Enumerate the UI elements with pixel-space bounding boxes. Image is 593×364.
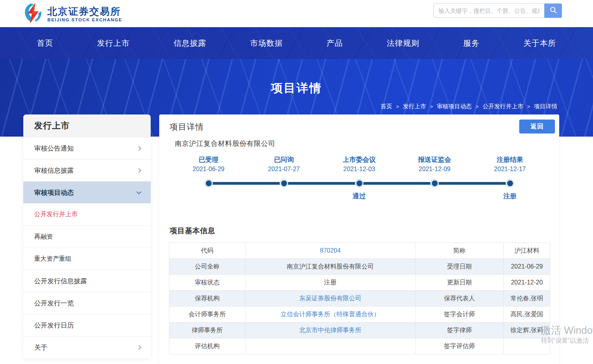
breadcrumb-listing[interactable]: 发行上市 (403, 103, 426, 110)
info-label: 受理日期 (415, 259, 504, 275)
logo-title: 北京证券交易所 (47, 5, 122, 17)
info-label: 签字会计师 (415, 307, 504, 322)
sidebar-item-offering-disclosure[interactable]: 公开发行信息披露 (23, 270, 151, 292)
sidebar-item-review-disclosure[interactable]: 审核信息披露 (23, 159, 151, 181)
info-value (504, 338, 550, 354)
breadcrumb-separator: > (430, 104, 433, 109)
sidebar-item-major-asset-restructuring[interactable]: 重大资产重组 (23, 248, 151, 270)
timeline-dot-icon (280, 179, 288, 187)
stage-name: 已问询 (274, 155, 294, 165)
info-label: 会计师事务所 (169, 307, 245, 322)
back-button[interactable]: 返回 (519, 120, 555, 133)
info-value: 注册 (245, 275, 416, 291)
sidebar-item-label: 审核公告通知 (34, 144, 74, 153)
nav-item-about[interactable]: 关于本所 (523, 38, 556, 49)
sidebar-item-label: 审核项目动态 (34, 188, 74, 197)
timeline-stage-accepted: 已受理 2021-06-29 (171, 155, 246, 201)
nav-item-services[interactable]: 服务 (463, 38, 480, 49)
table-row: 保荐机构 东吴证券股份有限公司 保荐代表人 常伦春,张明 (169, 291, 550, 307)
sidebar-item-label: 关于 (34, 343, 47, 352)
stage-status: 注册 (503, 192, 516, 201)
table-row: 代码 870204 简称 沪江材料 (169, 243, 550, 259)
stage-date: 2021-12-03 (343, 165, 375, 174)
info-label: 审核状态 (169, 275, 245, 291)
breadcrumb-separator: > (476, 104, 479, 109)
nav-item-listing[interactable]: 发行上市 (97, 38, 130, 49)
nav-item-disclosure[interactable]: 信息披露 (174, 38, 206, 49)
sidebar-item-public-offering-listing[interactable]: 公开发行并上市 (23, 203, 151, 225)
nav-item-rules[interactable]: 法律规则 (387, 38, 419, 49)
info-value: 沪江材料 (504, 243, 550, 259)
info-value: 南京沪江复合材料股份有限公司 (245, 259, 416, 275)
basic-info-title: 项目基本信息 (170, 226, 559, 236)
info-value: 2021-12-20 (504, 275, 550, 291)
search-input[interactable] (433, 3, 544, 18)
sidebar-item-label: 公开发行一览 (34, 299, 74, 308)
sidebar-item-offering-calendar[interactable]: 公开发行日历 (23, 314, 151, 336)
panel-header: 项目详情 返回 (159, 114, 559, 134)
info-label: 保荐代表人 (415, 291, 504, 307)
chevron-down-icon (136, 189, 141, 194)
sidebar-title: 发行上市 (23, 114, 151, 137)
page: 北京证券交易所 BEIJING STOCK EXCHANGE 首页 发行上市 信… (0, 0, 593, 364)
search-icon (550, 6, 557, 15)
breadcrumb-home[interactable]: 首页 (381, 103, 392, 110)
sidebar-item-review-dynamics[interactable]: 审核项目动态 (23, 181, 151, 203)
law-firm-link[interactable]: 北京市中伦律师事务所 (245, 322, 416, 338)
stage-status: 通过 (353, 192, 366, 201)
stage-date: 2021-12-09 (419, 165, 450, 174)
sidebar-item-review-notices[interactable]: 审核公告通知 (23, 137, 151, 159)
bse-logo[interactable]: 北京证券交易所 BEIJING STOCK EXCHANGE (23, 2, 122, 26)
sidebar-item-refinancing[interactable]: 再融资 (23, 225, 151, 248)
breadcrumb-current: 项目详情 (534, 103, 557, 110)
info-label: 签字评估师 (415, 338, 504, 354)
sidebar-item-about[interactable]: 关于 (23, 336, 151, 358)
info-label: 评估机构 (169, 338, 245, 354)
sidebar: 发行上市 审核公告通知 审核信息披露 审核项目动态 公开发行并上市 再融资 重大… (23, 114, 151, 358)
breadcrumb-separator: > (527, 104, 530, 109)
page-title: 项目详情 (170, 120, 204, 132)
sponsor-link[interactable]: 东吴证券股份有限公司 (245, 291, 416, 307)
stage-name: 报送证监会 (418, 155, 451, 165)
main-navigation: 首页 发行上市 信息披露 市场数据 产品 法律规则 服务 关于本所 (0, 27, 593, 59)
nav-item-market-data[interactable]: 市场数据 (250, 38, 283, 49)
stage-date: 2021-07-27 (268, 165, 300, 174)
accounting-firm-link[interactable]: 立信会计师事务所（特殊普通合伙） (245, 307, 416, 322)
timeline-dot-icon (430, 179, 439, 187)
table-row: 会计师事务所 立信会计师事务所（特殊普通合伙） 签字会计师 高民,张爱国 (169, 307, 550, 322)
site-search (433, 3, 562, 18)
table-row: 公司全称 南京沪江复合材料股份有限公司 受理日期 2021-06-29 (169, 259, 550, 275)
timeline-dot-icon (355, 179, 363, 187)
search-button[interactable] (544, 3, 562, 18)
table-row: 评估机构 签字评估师 (169, 338, 550, 354)
info-value: 常伦春,张明 (504, 291, 550, 307)
nav-item-products[interactable]: 产品 (327, 38, 343, 49)
stage-name: 已受理 (199, 155, 219, 165)
timeline-stage-submitted-csrc: 报送证监会 2021-12-09 (397, 155, 472, 201)
sidebar-item-label: 公开发行并上市 (34, 210, 78, 218)
sidebar-item-label: 公开发行日历 (34, 321, 74, 330)
stage-date: 2021-12-17 (494, 165, 526, 174)
sidebar-item-offering-overview[interactable]: 公开发行一览 (23, 292, 151, 314)
info-value: 高民,张爱国 (504, 307, 550, 322)
nav-item-home[interactable]: 首页 (37, 38, 53, 49)
review-timeline: 已受理 2021-06-29 已问询 2021-07-27 上市委会议 2021… (171, 155, 548, 201)
bse-lightning-icon (23, 2, 43, 26)
table-row: 律师事务所 北京市中伦律师事务所 签字律师 徐定辉,张莉 (169, 322, 550, 338)
info-label: 律师事务所 (169, 322, 245, 338)
stage-name: 上市委会议 (343, 155, 376, 165)
table-row: 审核状态 注册 更新日期 2021-12-20 (169, 275, 550, 291)
sidebar-item-label: 重大资产重组 (34, 255, 71, 263)
logo-subtitle: BEIJING STOCK EXCHANGE (47, 17, 122, 23)
stock-code-link[interactable]: 870204 (245, 243, 416, 259)
info-value (245, 338, 416, 354)
info-value: 2021-06-29 (504, 259, 550, 275)
info-label: 保荐机构 (169, 291, 245, 307)
info-label: 签字律师 (415, 322, 504, 338)
company-name: 南京沪江复合材料股份有限公司 (175, 139, 559, 148)
chevron-right-icon (136, 345, 141, 350)
breadcrumb-review-dynamics[interactable]: 审核项目动态 (437, 103, 472, 110)
breadcrumb-public-offering[interactable]: 公开发行并上市 (482, 103, 523, 110)
timeline-stage-inquired: 已问询 2021-07-27 (246, 155, 322, 201)
logo-text: 北京证券交易所 BEIJING STOCK EXCHANGE (47, 5, 122, 23)
